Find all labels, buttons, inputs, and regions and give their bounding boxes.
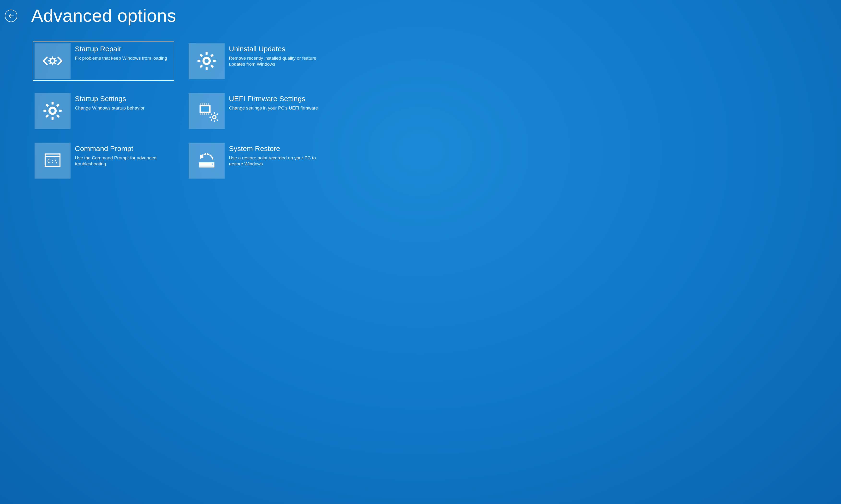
back-button[interactable]: [5, 10, 17, 22]
svg-rect-14: [210, 54, 214, 57]
svg-rect-23: [45, 114, 49, 118]
tile-system-restore[interactable]: System Restore Use a restore point recor…: [187, 141, 328, 180]
tile-startup-settings[interactable]: Startup Settings Change Windows startup …: [33, 91, 174, 131]
svg-rect-45: [216, 119, 218, 121]
tile-command-prompt[interactable]: C:\ Command Prompt Use the Command Promp…: [33, 141, 174, 180]
svg-rect-43: [210, 119, 212, 121]
tile-title: Startup Settings: [75, 95, 170, 103]
tile-title: Startup Repair: [75, 45, 170, 53]
svg-rect-22: [56, 104, 60, 107]
svg-rect-11: [206, 67, 208, 70]
tile-uninstall-updates[interactable]: Uninstall Updates Remove recently instal…: [187, 41, 328, 81]
tile-title: Uninstall Updates: [229, 45, 324, 53]
svg-line-9: [50, 63, 51, 64]
gear-icon: [35, 93, 71, 129]
svg-rect-18: [52, 102, 54, 105]
page-title: Advanced options: [31, 7, 176, 25]
back-arrow-icon: [8, 13, 14, 19]
svg-rect-53: [199, 166, 214, 167]
command-prompt-icon: C:\: [35, 143, 71, 179]
svg-rect-10: [206, 52, 208, 55]
svg-text:C:\: C:\: [47, 158, 58, 164]
startup-repair-icon: [35, 43, 71, 79]
tile-title: Command Prompt: [75, 145, 170, 153]
svg-rect-24: [45, 104, 49, 107]
svg-point-48: [57, 155, 58, 156]
svg-line-6: [50, 58, 51, 59]
tile-desc: Remove recently installed quality or fea…: [229, 55, 324, 67]
tile-title: System Restore: [229, 145, 324, 153]
tile-desc: Change settings in your PC's UEFI firmwa…: [229, 105, 324, 111]
svg-rect-13: [213, 60, 216, 62]
firmware-chip-icon: [189, 93, 225, 129]
svg-rect-21: [59, 110, 62, 112]
svg-rect-19: [52, 117, 54, 120]
system-restore-icon: [189, 143, 225, 179]
svg-rect-25: [56, 114, 60, 118]
svg-rect-27: [201, 106, 209, 112]
svg-line-8: [54, 58, 55, 59]
svg-rect-15: [200, 65, 203, 68]
svg-rect-20: [44, 110, 46, 112]
svg-rect-40: [209, 116, 211, 118]
options-grid: Startup Repair Fix problems that keep Wi…: [33, 41, 841, 180]
tile-desc: Change Windows startup behavior: [75, 105, 170, 111]
svg-rect-42: [216, 113, 218, 115]
svg-point-49: [58, 155, 59, 156]
tile-title: UEFI Firmware Settings: [229, 95, 324, 103]
tile-desc: Use the Command Prompt for advanced trou…: [75, 155, 170, 167]
svg-rect-17: [210, 65, 214, 68]
svg-rect-52: [199, 162, 214, 166]
svg-rect-39: [214, 120, 215, 122]
svg-rect-16: [200, 54, 203, 57]
svg-line-7: [54, 63, 55, 64]
svg-rect-38: [214, 112, 215, 113]
tile-desc: Fix problems that keep Windows from load…: [75, 55, 170, 61]
svg-rect-12: [198, 60, 200, 62]
svg-rect-44: [210, 113, 212, 115]
tile-startup-repair[interactable]: Startup Repair Fix problems that keep Wi…: [33, 41, 174, 81]
svg-point-54: [212, 163, 213, 165]
tile-uefi-firmware[interactable]: UEFI Firmware Settings Change settings i…: [187, 91, 328, 131]
tile-desc: Use a restore point recorded on your PC …: [229, 155, 324, 167]
gear-icon: [189, 43, 225, 79]
